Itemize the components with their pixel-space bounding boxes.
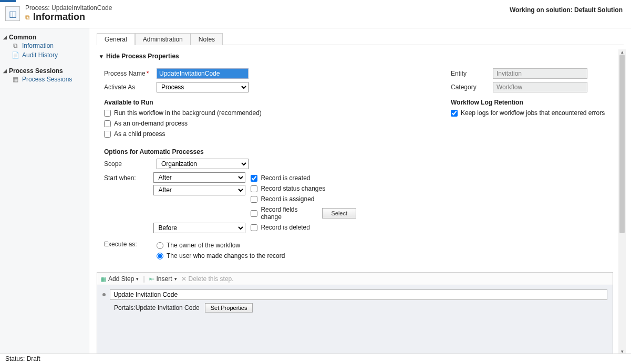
tab-administration[interactable]: Administration bbox=[135, 33, 191, 45]
sidebar-item-label: Process Sessions bbox=[22, 76, 72, 83]
execute-as-label: Execute as: bbox=[104, 240, 157, 248]
insert-button[interactable]: ⇤ Insert ▾ bbox=[149, 275, 177, 283]
record-status-label: Record status changes bbox=[261, 185, 325, 192]
category-value: Workflow bbox=[493, 82, 587, 92]
grid-icon: ▦ bbox=[12, 76, 19, 83]
run-background-checkbox[interactable] bbox=[104, 110, 111, 117]
record-created-label: Record is created bbox=[261, 174, 310, 182]
header: ◫ Process: UpdateInvitationCode ⧉ Inform… bbox=[0, 0, 631, 28]
sidebar-item-process-sessions[interactable]: ▦ Process Sessions bbox=[3, 75, 86, 84]
required-indicator: * bbox=[147, 70, 149, 77]
record-fields-change-checkbox[interactable] bbox=[251, 210, 257, 217]
workflow-steps-panel: ▦ Add Step ▾ | ⇤ Insert ▾ ✕ Delete this … bbox=[97, 272, 613, 354]
scroll-thumb[interactable] bbox=[619, 55, 625, 233]
record-assigned-label: Record is assigned bbox=[261, 195, 314, 203]
record-created-checkbox[interactable] bbox=[251, 175, 257, 182]
information-icon: ⧉ bbox=[25, 14, 30, 21]
steps-toolbar: ▦ Add Step ▾ | ⇤ Insert ▾ ✕ Delete this … bbox=[97, 273, 613, 285]
add-step-button[interactable]: ▦ Add Step ▾ bbox=[100, 275, 139, 283]
category-label: Category bbox=[451, 84, 493, 91]
child-process-checkbox[interactable] bbox=[104, 131, 111, 138]
execute-as-owner-radio[interactable] bbox=[157, 242, 163, 249]
execute-as-user-radio[interactable] bbox=[157, 253, 163, 259]
sidebar-item-label: Information bbox=[22, 42, 54, 49]
process-name-input[interactable] bbox=[157, 68, 249, 79]
status-text: Status: Draft bbox=[5, 355, 40, 362]
set-properties-button[interactable]: Set Properties bbox=[205, 303, 253, 313]
process-name-label: Process Name bbox=[104, 70, 146, 77]
vertical-scrollbar[interactable]: ▴ ▾ bbox=[618, 49, 626, 354]
activate-as-label: Activate As bbox=[104, 84, 157, 91]
keep-logs-label: Keep logs for workflow jobs that encount… bbox=[461, 109, 605, 117]
information-icon: ⧉ bbox=[12, 42, 19, 49]
run-background-label: Run this workflow in the background (rec… bbox=[114, 109, 262, 117]
child-process-label: As a child process bbox=[114, 130, 165, 138]
record-status-checkbox[interactable] bbox=[251, 185, 257, 192]
available-to-run-heading: Available to Run bbox=[104, 99, 356, 106]
add-step-icon: ▦ bbox=[100, 275, 106, 283]
on-demand-label: As an on-demand process bbox=[114, 120, 188, 127]
step-action-text: Portals:Update Invitation Code bbox=[114, 304, 200, 311]
solution-name: Default Solution bbox=[574, 6, 623, 14]
start-when-created-select[interactable]: After bbox=[153, 172, 245, 183]
entity-label: Entity bbox=[451, 70, 493, 77]
sidebar: Common ⧉ Information 📄 Audit History Pro… bbox=[0, 28, 89, 354]
toolbar-separator: | bbox=[143, 275, 144, 283]
solution-prefix: Working on solution: bbox=[510, 6, 574, 14]
sidebar-item-audit-history[interactable]: 📄 Audit History bbox=[3, 50, 86, 60]
entity-value: Invitation bbox=[493, 68, 587, 79]
status-bar: Status: Draft bbox=[0, 353, 631, 364]
select-fields-button[interactable]: Select bbox=[322, 208, 356, 219]
tab-general[interactable]: General bbox=[97, 33, 135, 45]
record-deleted-checkbox[interactable] bbox=[251, 224, 257, 231]
delete-icon: ✕ bbox=[181, 275, 187, 283]
sidebar-item-information[interactable]: ⧉ Information bbox=[3, 41, 86, 50]
step-description-input[interactable] bbox=[110, 289, 607, 300]
delete-step-button[interactable]: ✕ Delete this step. bbox=[181, 275, 234, 283]
process-entity-icon: ◫ bbox=[5, 6, 20, 21]
on-demand-checkbox[interactable] bbox=[104, 120, 111, 127]
hide-process-properties-toggle[interactable]: Hide Process Properties bbox=[100, 53, 624, 60]
tab-notes[interactable]: Notes bbox=[191, 33, 223, 45]
record-assigned-checkbox[interactable] bbox=[251, 196, 257, 203]
start-when-label: Start when: bbox=[104, 174, 136, 182]
sidebar-item-label: Audit History bbox=[22, 51, 58, 59]
process-name: UpdateInvitationCode bbox=[51, 4, 112, 12]
keep-logs-checkbox[interactable] bbox=[451, 110, 458, 117]
scope-label: Scope bbox=[104, 160, 157, 168]
chevron-down-icon: ▾ bbox=[174, 276, 177, 282]
record-fields-change-label: Record fields change bbox=[261, 206, 314, 221]
start-when-status-select[interactable]: After bbox=[153, 185, 245, 195]
tab-strip: General Administration Notes bbox=[97, 33, 624, 45]
execute-as-owner-label: The owner of the workflow bbox=[167, 242, 240, 249]
chevron-down-icon: ▾ bbox=[136, 276, 139, 282]
main-content: General Administration Notes Hide Proces… bbox=[89, 28, 631, 354]
sidebar-group-common[interactable]: Common bbox=[3, 34, 86, 41]
scope-select[interactable]: Organization bbox=[157, 159, 249, 169]
scroll-up-icon[interactable]: ▴ bbox=[618, 49, 626, 55]
process-prefix: Process: bbox=[25, 4, 51, 12]
insert-icon: ⇤ bbox=[149, 275, 154, 283]
execute-as-user-label: The user who made changes to the record bbox=[167, 252, 285, 259]
step-marker-icon bbox=[102, 293, 106, 296]
document-icon: 📄 bbox=[12, 51, 19, 59]
sidebar-group-process-sessions[interactable]: Process Sessions bbox=[3, 67, 86, 75]
page-title: Information bbox=[33, 12, 85, 23]
options-automatic-heading: Options for Automatic Processes bbox=[104, 148, 356, 155]
log-retention-heading: Workflow Log Retention bbox=[451, 99, 631, 106]
activate-as-select[interactable]: Process bbox=[157, 82, 249, 92]
record-deleted-label: Record is deleted bbox=[261, 224, 309, 231]
start-when-deleted-select[interactable]: Before bbox=[153, 223, 245, 233]
